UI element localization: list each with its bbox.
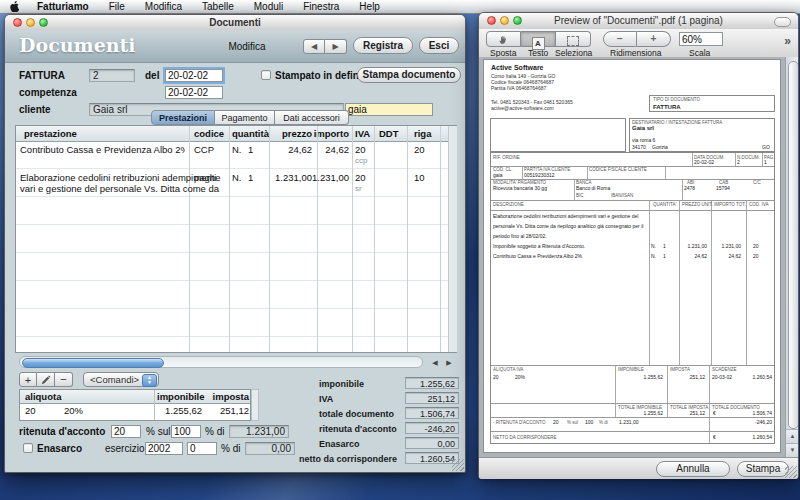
- mode-label: Modifica: [217, 40, 277, 53]
- resize-grip[interactable]: [785, 466, 797, 478]
- table-hscrollbar-track[interactable]: [19, 356, 423, 368]
- tab-dati-accessori[interactable]: Dati accessori: [275, 110, 349, 125]
- imponibile-col: imponibile: [157, 391, 202, 402]
- totale-documento-value: 1.506,74: [738, 411, 772, 417]
- col-prestazione[interactable]: prestazione: [24, 128, 77, 139]
- zoom-out-button[interactable]: −: [603, 31, 637, 47]
- tab-pagamento[interactable]: Pagamento: [215, 110, 275, 125]
- hscroll-left-arrow[interactable]: ◀: [429, 357, 441, 368]
- enasarco-pct-field[interactable]: [187, 442, 217, 455]
- aliquota-vscrollbar[interactable]: [251, 389, 259, 421]
- hscrollbar-thumb[interactable]: [22, 358, 164, 368]
- scala-input[interactable]: [679, 32, 723, 46]
- col-importo[interactable]: importo: [309, 128, 349, 139]
- ritenuta-pct-field[interactable]: [111, 425, 141, 438]
- cliente-codice-field[interactable]: [345, 103, 433, 116]
- menu-moduli[interactable]: Moduli: [244, 1, 293, 12]
- esercizio-field[interactable]: [145, 442, 183, 455]
- tab-prestazioni[interactable]: Prestazioni: [151, 110, 215, 125]
- comandi-dropdown[interactable]: <Comandi> ▲▼: [83, 372, 159, 387]
- add-row-button[interactable]: +: [19, 372, 37, 387]
- next-record-button[interactable]: ▶: [325, 39, 347, 54]
- piva-cliente-value: 00519230312: [524, 173, 555, 179]
- preview-toolbar: A Sposta Testo Seleziona − + Ridimension…: [479, 29, 798, 58]
- scadenze-label: SCADENZE: [712, 367, 737, 372]
- col-quantita[interactable]: quantità: [232, 128, 269, 139]
- remove-row-button[interactable]: −: [55, 372, 73, 387]
- marquee-icon: [567, 36, 579, 46]
- imponibile-label: IMPONIBILE: [618, 367, 644, 372]
- col-iva[interactable]: IVA: [355, 128, 370, 139]
- esci-button[interactable]: Esci: [419, 37, 459, 54]
- pdf-company-piva: Partita IVA 06468764687: [491, 86, 546, 92]
- cell-importo: 24,62: [309, 144, 349, 155]
- item-importo: 1.231,00: [715, 244, 741, 250]
- col-codice[interactable]: codice: [194, 128, 224, 139]
- sposta-tool-button[interactable]: [486, 31, 521, 47]
- menu-modifica[interactable]: Modifica: [135, 1, 192, 12]
- data-documento-field[interactable]: [165, 69, 223, 82]
- total-value: 1.260,54: [405, 452, 459, 464]
- rif-label: RIF. ORDINE: [493, 155, 520, 160]
- item-prezzo: 24,62: [681, 254, 707, 260]
- divider: [374, 126, 375, 352]
- documenti-header-band: Documenti Modifica ◀ ▶ Registra Esci: [5, 30, 465, 63]
- apple-menu-icon[interactable]: [0, 1, 27, 12]
- stampa-button[interactable]: Stampa: [737, 461, 789, 477]
- menu-app-name[interactable]: Fatturiamo: [27, 1, 99, 12]
- col-riga[interactable]: riga: [414, 128, 431, 139]
- item-um: N.: [651, 254, 656, 260]
- menu-file[interactable]: File: [99, 1, 135, 12]
- scadenza-data: 20-03-02: [712, 375, 732, 381]
- resize-grip[interactable]: [452, 459, 464, 471]
- vscroll-up-arrow[interactable]: ▲: [786, 429, 798, 443]
- imposta-label: IMPOSTA: [670, 367, 690, 372]
- menu-tabelle[interactable]: Tabelle: [192, 1, 244, 12]
- cell-prezzo: 1.231,00: [272, 172, 312, 183]
- col-ddt[interactable]: DDT: [379, 128, 399, 139]
- ritenuta-pdf-pct: 20: [553, 420, 559, 426]
- preview-vscrollbar-track[interactable]: ▲ ▼: [785, 57, 798, 457]
- hscroll-right-arrow[interactable]: ▶: [443, 357, 455, 368]
- stepper-icon[interactable]: ▲▼: [142, 374, 157, 387]
- item-qta: 1: [663, 244, 666, 250]
- vscrollbar-thumb[interactable]: [788, 61, 798, 429]
- divider: [154, 390, 155, 420]
- divider: [269, 126, 270, 352]
- abi-value: 2478: [684, 186, 695, 192]
- menu-finestra[interactable]: Finestra: [293, 1, 349, 12]
- competenza-field[interactable]: [165, 86, 223, 99]
- enasarco-checkbox[interactable]: [23, 443, 33, 453]
- ritenuta-base-field[interactable]: [171, 425, 201, 438]
- toolbar-overflow-chevron[interactable]: »: [784, 35, 791, 48]
- cell-codice: paghe: [194, 172, 220, 183]
- prev-record-button[interactable]: ◀: [303, 39, 325, 54]
- col-prezzo[interactable]: prezzo: [272, 128, 312, 139]
- toolbar-toggle-capsule[interactable]: [774, 17, 791, 27]
- total-label: ritenuta d'acconto: [319, 424, 397, 434]
- preview-content: Active Software Corso Italia 149 - Goriz…: [479, 57, 798, 457]
- table-vscrollbar[interactable]: [448, 126, 457, 352]
- edit-row-button[interactable]: [37, 372, 55, 387]
- documenti-titlebar[interactable]: Documenti: [5, 15, 465, 31]
- pdf-invoice-grid: RIF. ORDINE DATA DOCUM. 20-02-02 N.DOCUM…: [490, 152, 775, 444]
- preview-titlebar[interactable]: Preview of "Documenti".pdf (1 pagina): [479, 13, 798, 30]
- stampa-documento-button[interactable]: Stampa documento: [357, 67, 461, 83]
- registra-button[interactable]: Registra: [353, 37, 413, 54]
- dest-cap: 34170: [632, 145, 646, 151]
- ritenuta-di-label: % di: [205, 425, 224, 438]
- tipo-value: FATTURA: [653, 104, 681, 111]
- aliquota-header: aliquota imponibile imposta: [20, 390, 250, 404]
- menu-help[interactable]: Help: [349, 1, 390, 12]
- total-value: 1.506,74: [405, 407, 459, 419]
- stampato-checkbox[interactable]: [261, 70, 271, 80]
- ndoc-value: 2: [737, 160, 740, 166]
- testo-tool-button[interactable]: A: [521, 31, 556, 47]
- codiva-header: COD. IVA: [749, 202, 768, 207]
- aliquota-table: aliquota imponibile imposta 20 20% 1.255…: [19, 389, 251, 421]
- annulla-button[interactable]: Annulla: [656, 461, 730, 477]
- seleziona-tool-button[interactable]: [556, 31, 591, 47]
- vscroll-down-arrow[interactable]: ▼: [786, 443, 798, 457]
- pdf-page: Active Software Corso Italia 149 - Goriz…: [483, 59, 781, 453]
- zoom-in-button[interactable]: +: [637, 31, 671, 47]
